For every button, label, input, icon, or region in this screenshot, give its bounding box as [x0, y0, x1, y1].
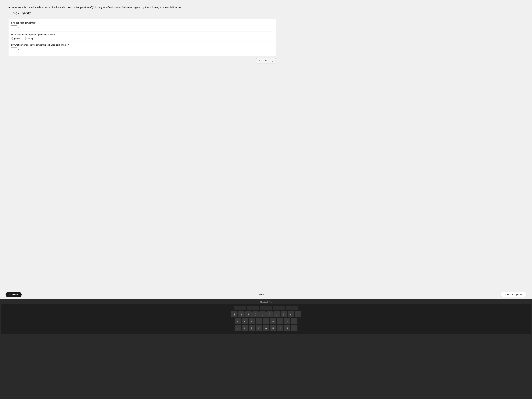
q3-unit: % — [18, 48, 19, 51]
key-6[interactable]: ^6 — [259, 311, 266, 317]
key-p[interactable]: P — [291, 318, 298, 324]
q3-input[interactable] — [11, 48, 17, 51]
radio-growth-label: growth — [14, 37, 20, 40]
key-u[interactable]: U — [270, 318, 276, 324]
key-f10[interactable]: F10 — [292, 306, 298, 310]
key-f[interactable]: F — [256, 325, 262, 331]
dot-1 — [259, 294, 260, 295]
q2-radio-row: growth decay — [11, 37, 273, 40]
key-i[interactable]: I — [277, 318, 283, 324]
key-r[interactable]: R — [249, 318, 255, 324]
key-t[interactable]: T — [256, 318, 262, 324]
q1-label: Find the initial temperature. — [11, 22, 273, 24]
key-w[interactable]: W — [234, 318, 241, 324]
key-f1[interactable]: F1 — [234, 306, 240, 310]
keyboard: F1 F2 F3 F4 F5 F6 F7 F8 F9 F10 @2 #3 $4 … — [1, 304, 531, 334]
key-h[interactable]: H — [270, 325, 276, 331]
key-f2[interactable]: F2 — [240, 306, 246, 310]
q3-label: By what percent does the temperature cha… — [11, 44, 273, 46]
key-f3[interactable]: F3 — [247, 306, 253, 310]
key-0[interactable]: )0 — [288, 311, 294, 317]
key-8[interactable]: *8 — [273, 311, 280, 317]
key-g[interactable]: G — [263, 325, 269, 331]
q1-input[interactable] — [11, 25, 17, 29]
key-f5[interactable]: F5 — [260, 306, 266, 310]
q3-section: By what percent does the temperature cha… — [11, 44, 273, 53]
key-e[interactable]: E — [242, 318, 248, 324]
key-l[interactable]: L — [291, 325, 298, 331]
q1-unit: °C — [18, 26, 20, 29]
continue-button[interactable]: Continue — [6, 292, 22, 297]
macbook-brand-label: MacBook Pro — [0, 301, 532, 303]
radio-growth-btn[interactable] — [11, 38, 13, 40]
help-button[interactable]: ? — [270, 58, 276, 63]
q1-section: Find the initial temperature. °C — [11, 22, 273, 32]
key-f7[interactable]: F7 — [273, 306, 279, 310]
q1-input-row: °C — [11, 25, 273, 29]
key-minus[interactable]: _- — [295, 311, 301, 317]
key-d[interactable]: D — [249, 325, 255, 331]
q3-input-row: % — [11, 48, 273, 51]
radio-decay[interactable]: decay — [25, 37, 33, 40]
fn-key-row: F1 F2 F3 F4 F5 F6 F7 F8 F9 F10 — [4, 306, 528, 310]
key-f4[interactable]: F4 — [253, 306, 259, 310]
dot-2 — [260, 294, 262, 295]
q2-section: Does the function represent growth or de… — [11, 33, 273, 42]
key-f6[interactable]: F6 — [266, 306, 272, 310]
problem-intro: A can of soda is placed inside a cooler.… — [8, 6, 524, 9]
key-y[interactable]: Y — [263, 318, 269, 324]
bottom-bar: Continue Submit Assignment — [0, 290, 532, 299]
progress-dots — [259, 294, 264, 295]
key-5[interactable]: %5 — [252, 311, 259, 317]
qwerty-row: W E R T Y U I O P — [4, 318, 528, 324]
undo-button[interactable]: ↺ — [263, 58, 269, 63]
home-row: A S D F G H J K L — [4, 325, 528, 331]
formula-display: C(t) = 18(0.91)t — [13, 11, 524, 15]
key-2[interactable]: @2 — [231, 311, 237, 317]
clear-button[interactable]: × — [256, 58, 262, 63]
key-a[interactable]: A — [234, 325, 241, 331]
key-4[interactable]: $4 — [245, 311, 252, 317]
question-box: Find the initial temperature. °C Does th… — [8, 19, 276, 56]
radio-growth[interactable]: growth — [11, 37, 20, 40]
key-f9[interactable]: F9 — [286, 306, 292, 310]
dot-3 — [263, 294, 264, 295]
key-s[interactable]: S — [242, 325, 248, 331]
keyboard-area: MacBook Pro F1 F2 F3 F4 F5 F6 F7 F8 F9 F… — [0, 299, 532, 399]
submit-assignment-button[interactable]: Submit Assignment — [501, 292, 526, 297]
key-j[interactable]: J — [277, 325, 283, 331]
key-3[interactable]: #3 — [238, 311, 245, 317]
main-screen: A can of soda is placed inside a cooler.… — [0, 0, 532, 290]
key-o[interactable]: O — [284, 318, 290, 324]
number-key-row: @2 #3 $4 %5 ^6 &7 *8 (9 )0 _- — [4, 311, 528, 317]
radio-decay-label: decay — [28, 37, 33, 40]
key-k[interactable]: K — [284, 325, 290, 331]
key-7[interactable]: &7 — [266, 311, 273, 317]
toolbar-row: × ↺ ? — [8, 58, 524, 63]
key-f8[interactable]: F8 — [279, 306, 285, 310]
q2-label: Does the function represent growth or de… — [11, 33, 273, 36]
key-9[interactable]: (9 — [280, 311, 287, 317]
radio-decay-btn[interactable] — [25, 38, 27, 40]
